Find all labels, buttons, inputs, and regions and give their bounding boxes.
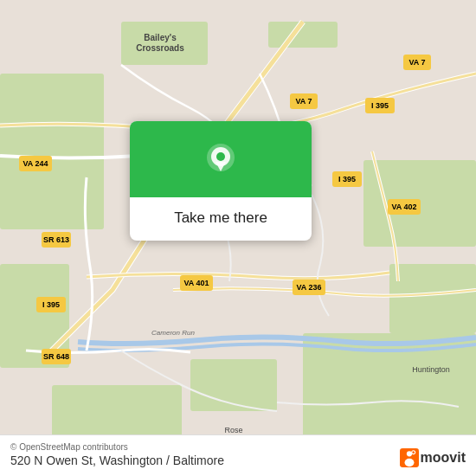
svg-text:SR 613: SR 613 — [43, 235, 69, 244]
info-card: Take me there — [130, 121, 312, 241]
card-body: Take me there — [130, 197, 312, 241]
bottom-bar: © OpenStreetMap contributors 520 N Owen … — [0, 434, 476, 476]
svg-text:I 395: I 395 — [371, 101, 389, 110]
svg-text:I 395: I 395 — [338, 175, 356, 183]
svg-text:VA 236: VA 236 — [296, 283, 321, 292]
moovit-brand-icon — [400, 448, 419, 467]
svg-text:Rose: Rose — [224, 426, 242, 434]
svg-text:Cameron Run: Cameron Run — [151, 329, 195, 337]
svg-rect-0 — [0, 74, 104, 229]
moovit-label: moovit — [421, 450, 466, 466]
svg-text:VA 244: VA 244 — [23, 159, 48, 168]
svg-point-42 — [404, 459, 414, 466]
svg-point-38 — [216, 152, 225, 161]
svg-text:Bailey's: Bailey's — [144, 33, 177, 42]
svg-text:Crossroads: Crossroads — [136, 43, 184, 53]
svg-text:VA 401: VA 401 — [183, 279, 209, 287]
svg-point-41 — [406, 451, 411, 456]
svg-text:VA 7: VA 7 — [408, 58, 425, 67]
svg-text:Huntington: Huntington — [412, 365, 450, 374]
svg-text:VA 402: VA 402 — [391, 203, 416, 211]
svg-point-43 — [411, 451, 415, 454]
svg-text:VA 7: VA 7 — [295, 97, 312, 106]
moovit-logo: moovit — [400, 448, 466, 467]
location-pin-icon — [202, 140, 240, 178]
svg-text:I 395: I 395 — [42, 300, 60, 309]
copyright-text: © OpenStreetMap contributors — [10, 442, 466, 452]
svg-rect-8 — [389, 264, 476, 333]
take-me-there-button[interactable]: Take me there — [144, 209, 298, 227]
card-header — [130, 121, 312, 197]
map-container: VA 7 I 395 I 395 VA 402 VA 244 SR 613 I … — [0, 0, 476, 476]
address-line: 520 N Owen St, Washington / Baltimore — [10, 453, 466, 467]
svg-text:SR 648: SR 648 — [43, 352, 69, 361]
